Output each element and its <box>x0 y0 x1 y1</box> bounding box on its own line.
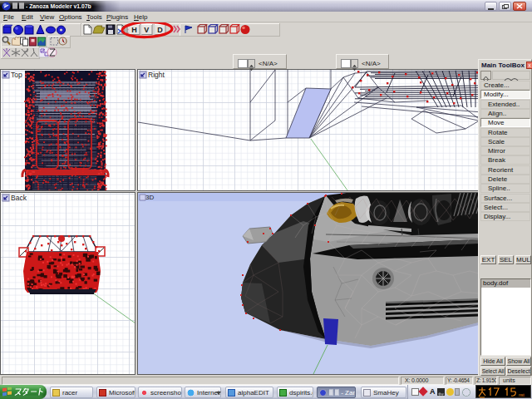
svg-text:Back: Back <box>11 194 27 202</box>
svg-text:nst: nst <box>519 392 525 397</box>
svg-text:V: V <box>144 26 149 34</box>
svg-text:D: D <box>157 26 163 34</box>
svg-text:Top: Top <box>11 71 22 79</box>
svg-text:H: H <box>131 26 137 34</box>
svg-text:3D: 3D <box>145 194 154 201</box>
svg-text:Right: Right <box>148 71 165 79</box>
